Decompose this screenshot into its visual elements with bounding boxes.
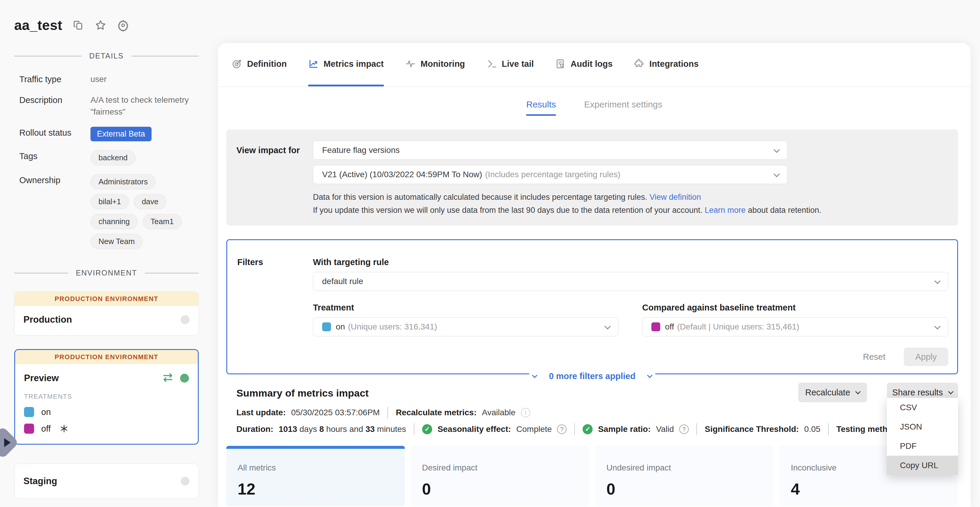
traffic-type-value: user bbox=[91, 73, 194, 85]
metric-card-label: Desired impact bbox=[422, 463, 589, 473]
recalculate-metrics-label: Recalculate metrics: bbox=[396, 408, 476, 417]
treatment-select[interactable]: on (Unique users: 316,341) bbox=[313, 317, 619, 336]
environment-name: Production bbox=[24, 314, 72, 325]
owner-pill[interactable]: dave bbox=[134, 194, 166, 209]
rollout-status-row: Rollout status External Beta bbox=[19, 127, 218, 141]
swap-arrows-icon[interactable] bbox=[162, 373, 174, 384]
share-menu-item-json[interactable]: JSON bbox=[887, 417, 958, 436]
tab-audit-logs[interactable]: Audit logs bbox=[555, 43, 613, 86]
treatment-on-swatch bbox=[322, 322, 331, 331]
tab-label: Audit logs bbox=[571, 59, 613, 69]
treatment-on-row: on bbox=[24, 407, 189, 417]
question-icon[interactable]: ? bbox=[557, 424, 566, 434]
view-definition-link[interactable]: View definition bbox=[649, 193, 701, 202]
more-filters-label: 0 more filters applied bbox=[549, 371, 636, 381]
treatment-name: on bbox=[41, 407, 51, 417]
sample-ratio-label: Sample ratio: bbox=[598, 424, 651, 434]
default-asterisk-icon bbox=[60, 424, 68, 433]
pulse-icon bbox=[405, 59, 416, 69]
subtab-experiment-settings[interactable]: Experiment settings bbox=[584, 99, 662, 116]
rollout-status-label: Rollout status bbox=[19, 127, 88, 138]
chevron-right-icon[interactable] bbox=[4, 438, 11, 447]
description-value: A/A test to check telemetry "fairness" bbox=[91, 94, 194, 118]
targeting-rule-select[interactable]: default rule bbox=[313, 272, 948, 291]
last-update-label: Last update: bbox=[236, 408, 286, 417]
impact-type-select[interactable]: Feature flag versions bbox=[313, 141, 788, 160]
tab-label: Definition bbox=[247, 59, 287, 69]
owner-pill[interactable]: bilal+1 bbox=[91, 194, 129, 209]
view-impact-section: View impact for Feature flag versions V2… bbox=[226, 129, 958, 226]
subtab-results[interactable]: Results bbox=[526, 99, 556, 116]
traffic-type-label: Traffic type bbox=[19, 73, 88, 84]
environment-card-production[interactable]: PRODUCTION ENVIRONMENT Production bbox=[14, 292, 199, 335]
metric-cards-row: All metrics 12 Desired impact 0 Undesire… bbox=[226, 446, 958, 506]
seasonality-label: Seasonality effect: bbox=[438, 424, 511, 434]
recalculate-button[interactable]: Recalculate bbox=[798, 383, 867, 402]
learn-more-link[interactable]: Learn more bbox=[705, 206, 746, 215]
details-rows: Traffic type user Description A/A test t… bbox=[19, 73, 218, 249]
share-menu-item-copy-url[interactable]: Copy URL bbox=[887, 456, 958, 475]
gear-icon[interactable] bbox=[117, 19, 129, 32]
owner-pill[interactable]: channing bbox=[91, 214, 138, 229]
ownership-label: Ownership bbox=[19, 174, 88, 185]
treatment-value: on bbox=[336, 322, 345, 332]
status-dot bbox=[181, 477, 189, 486]
tab-integrations[interactable]: Integrations bbox=[634, 43, 698, 86]
tab-metrics-impact[interactable]: Metrics impact bbox=[308, 43, 384, 86]
tab-label: Metrics impact bbox=[324, 59, 384, 69]
tab-monitoring[interactable]: Monitoring bbox=[405, 43, 465, 86]
status-dot-active bbox=[180, 374, 189, 383]
tags-label: Tags bbox=[19, 150, 88, 161]
owner-pill[interactable]: Team1 bbox=[143, 214, 182, 229]
baseline-detail: (Default | Unique users: 315,461) bbox=[677, 322, 799, 332]
chevron-down-icon bbox=[532, 373, 537, 378]
share-menu-item-pdf[interactable]: PDF bbox=[887, 436, 958, 456]
metric-card-desired-impact[interactable]: Desired impact 0 bbox=[411, 446, 589, 506]
share-menu-item-csv[interactable]: CSV bbox=[887, 398, 958, 417]
chevron-down-icon bbox=[773, 147, 780, 153]
owner-pill[interactable]: Administrators bbox=[91, 174, 156, 190]
environment-card-preview[interactable]: PRODUCTION ENVIRONMENT Preview T bbox=[14, 349, 199, 445]
tab-definition[interactable]: Definition bbox=[232, 43, 287, 86]
metric-card-undesired-impact[interactable]: Undesired impact 0 bbox=[595, 446, 774, 506]
owner-pill[interactable]: New Team bbox=[91, 234, 143, 249]
metric-card-label: Undesired impact bbox=[606, 463, 774, 473]
filters-panel: Filters With targeting rule default rule… bbox=[226, 239, 958, 374]
tab-label: Integrations bbox=[649, 59, 698, 69]
tag-pill[interactable]: backend bbox=[91, 150, 135, 165]
metric-card-all-metrics[interactable]: All metrics 12 bbox=[226, 446, 405, 506]
question-icon[interactable]: ? bbox=[679, 424, 689, 434]
reset-button[interactable]: Reset bbox=[863, 352, 885, 362]
main-panel: Definition Metrics impact Monitoring bbox=[218, 43, 970, 507]
environment-section-label: ENVIRONMENT bbox=[76, 269, 137, 277]
environment-name: Staging bbox=[24, 476, 57, 486]
tab-bar: Definition Metrics impact Monitoring bbox=[218, 43, 970, 87]
more-filters-toggle[interactable]: 0 more filters applied bbox=[529, 371, 655, 381]
tab-live-tail[interactable]: Live tail bbox=[487, 43, 534, 86]
rollout-status-badge[interactable]: External Beta bbox=[91, 127, 151, 141]
copy-icon[interactable] bbox=[72, 19, 84, 31]
environment-divider: ENVIRONMENT bbox=[14, 269, 199, 277]
duration-label: Duration: bbox=[236, 424, 273, 434]
description-label: Description bbox=[19, 94, 88, 105]
significance-value: 0.05 bbox=[804, 424, 821, 434]
summary-stats-line1: Last update: 05/30/2025 03:57:06PM Recal… bbox=[226, 407, 958, 419]
line-chart-icon bbox=[308, 59, 319, 69]
info-icon[interactable]: i bbox=[521, 408, 530, 417]
targeting-rule-value: default rule bbox=[322, 277, 363, 286]
environment-name: Preview bbox=[24, 373, 59, 384]
filters-label: Filters bbox=[227, 257, 313, 373]
production-environment-banner: PRODUCTION ENVIRONMENT bbox=[15, 350, 198, 364]
baseline-select[interactable]: off (Default | Unique users: 315,461) bbox=[642, 317, 948, 336]
apply-button[interactable]: Apply bbox=[904, 348, 948, 366]
tags-row: Tags backend bbox=[19, 150, 218, 165]
target-icon bbox=[232, 59, 242, 69]
last-update-value: 05/30/2025 03:57:06PM bbox=[291, 408, 380, 417]
treatment-detail: (Unique users: 316,341) bbox=[348, 322, 437, 332]
view-impact-label: View impact for bbox=[226, 141, 313, 217]
version-select[interactable]: V21 (Active) (10/03/2022 04:59PM To Now)… bbox=[313, 165, 788, 184]
environment-card-staging[interactable]: Staging bbox=[14, 464, 199, 499]
star-icon[interactable] bbox=[94, 19, 107, 32]
chevron-down-icon bbox=[605, 323, 611, 330]
version-value: V21 (Active) (10/03/2022 04:59PM To Now) bbox=[322, 170, 482, 179]
